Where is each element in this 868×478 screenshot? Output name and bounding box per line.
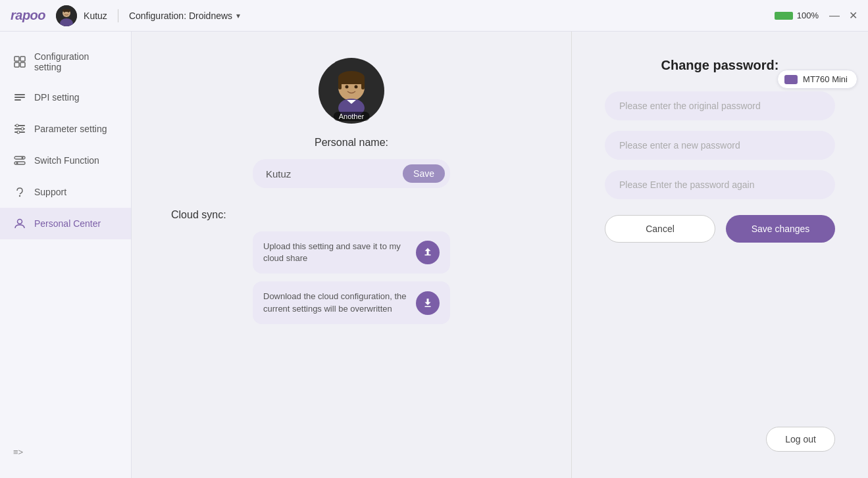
cancel-button[interactable]: Cancel — [605, 215, 715, 243]
sidebar-label-configuration: Configuration setting — [34, 51, 118, 72]
sidebar-label-parameter: Parameter setting — [34, 124, 107, 134]
content-area: Another Personal name: Save Cloud sync: … — [132, 32, 868, 478]
upload-icon — [422, 247, 434, 258]
titlebar-left: rapoo Kutuz Configuration: Droidnews ▾ — [11, 5, 240, 26]
personal-center-icon — [13, 217, 26, 230]
svg-point-22 — [16, 162, 18, 164]
logout-button[interactable]: Log out — [766, 427, 835, 452]
svg-rect-5 — [63, 9, 70, 12]
battery-section: 100% — [775, 11, 819, 20]
sidebar: Configuration setting DPI setting — [0, 32, 132, 478]
password-buttons: Cancel Save changes — [605, 215, 835, 243]
left-panel: Another Personal name: Save Cloud sync: … — [132, 32, 572, 478]
header-divider — [118, 9, 118, 22]
titlebar-right: 100% — ✕ — [775, 11, 857, 21]
svg-rect-6 — [14, 57, 19, 61]
config-label: Configuration: Droidnews — [129, 11, 232, 21]
configuration-icon — [13, 55, 26, 68]
svg-point-30 — [345, 85, 349, 89]
parameter-icon — [13, 122, 26, 135]
sidebar-item-support[interactable]: Support — [0, 176, 131, 208]
close-button[interactable]: ✕ — [849, 11, 857, 21]
avatar-container: Another — [319, 58, 384, 124]
sidebar-item-personal-center[interactable]: Personal Center — [0, 208, 131, 239]
sidebar-item-configuration-setting[interactable]: Configuration setting — [0, 42, 131, 82]
svg-rect-29 — [361, 82, 365, 89]
sidebar-item-dpi-setting[interactable]: DPI setting — [0, 82, 131, 113]
chevron-down-icon: ▾ — [236, 11, 240, 20]
cloud-sync-title: Cloud sync: — [171, 209, 369, 221]
cloud-download-text: Download the cloud configuration, the cu… — [263, 291, 408, 314]
user-name-header: Kutuz — [84, 11, 107, 21]
user-info: Kutuz — [56, 5, 107, 26]
config-selector[interactable]: Configuration: Droidnews ▾ — [129, 11, 240, 21]
svg-rect-20 — [14, 162, 25, 164]
sidebar-item-parameter-setting[interactable]: Parameter setting — [0, 113, 131, 145]
collapse-icon: ≡> — [13, 447, 23, 457]
svg-point-21 — [22, 157, 24, 159]
download-icon — [422, 297, 434, 309]
battery-percentage: 100% — [797, 11, 819, 20]
avatar-label: Another — [334, 112, 370, 121]
svg-rect-10 — [14, 94, 25, 95]
name-input-row: Save — [253, 159, 450, 188]
cloud-upload-text: Upload this setting and save it to my cl… — [263, 241, 408, 264]
svg-rect-9 — [20, 62, 25, 67]
minimize-button[interactable]: — — [829, 11, 840, 21]
save-changes-button[interactable]: Save changes — [726, 215, 835, 243]
cloud-download-button[interactable] — [416, 291, 440, 315]
svg-point-31 — [355, 85, 358, 89]
cloud-upload-button[interactable] — [416, 241, 440, 264]
collapse-button[interactable]: ≡> — [13, 447, 118, 457]
confirm-password-input[interactable] — [605, 170, 835, 199]
cloud-download-item: Download the cloud configuration, the cu… — [253, 281, 450, 323]
svg-rect-11 — [14, 97, 25, 98]
avatar-small — [56, 5, 77, 26]
battery-bar — [775, 12, 793, 20]
svg-point-16 — [16, 124, 18, 127]
svg-rect-19 — [14, 156, 25, 159]
name-input[interactable] — [266, 168, 403, 179]
svg-point-18 — [17, 131, 20, 133]
sidebar-label-personal: Personal Center — [34, 218, 101, 229]
window-controls: — ✕ — [829, 11, 857, 21]
original-password-input[interactable] — [605, 91, 835, 120]
change-password-title: Change password: — [605, 58, 835, 73]
rapoo-logo: rapoo — [11, 8, 45, 23]
titlebar: rapoo Kutuz Configuration: Droidnews ▾ — [0, 0, 868, 32]
save-name-button[interactable]: Save — [403, 164, 445, 183]
svg-rect-28 — [338, 82, 342, 89]
svg-point-24 — [18, 220, 22, 224]
sidebar-label-support: Support — [34, 187, 66, 197]
dpi-icon — [13, 91, 26, 104]
sidebar-label-switch: Switch Function — [34, 155, 99, 166]
cloud-upload-item: Upload this setting and save it to my cl… — [253, 231, 450, 274]
svg-rect-12 — [14, 99, 21, 101]
personal-name-title: Personal name: — [315, 137, 388, 149]
svg-rect-8 — [14, 62, 19, 67]
switch-icon — [13, 154, 26, 167]
svg-point-23 — [19, 195, 20, 197]
new-password-input[interactable] — [605, 131, 835, 160]
sidebar-bottom: ≡> — [0, 437, 131, 467]
main-layout: MT760 Mini Configuration setting — [0, 32, 868, 478]
svg-rect-7 — [20, 57, 25, 61]
svg-point-17 — [21, 128, 24, 130]
svg-rect-27 — [338, 76, 365, 84]
right-panel: Change password: Cancel Save changes Log… — [572, 32, 868, 478]
support-icon — [13, 185, 26, 199]
sidebar-label-dpi: DPI setting — [34, 92, 79, 103]
sidebar-item-switch-function[interactable]: Switch Function — [0, 145, 131, 176]
